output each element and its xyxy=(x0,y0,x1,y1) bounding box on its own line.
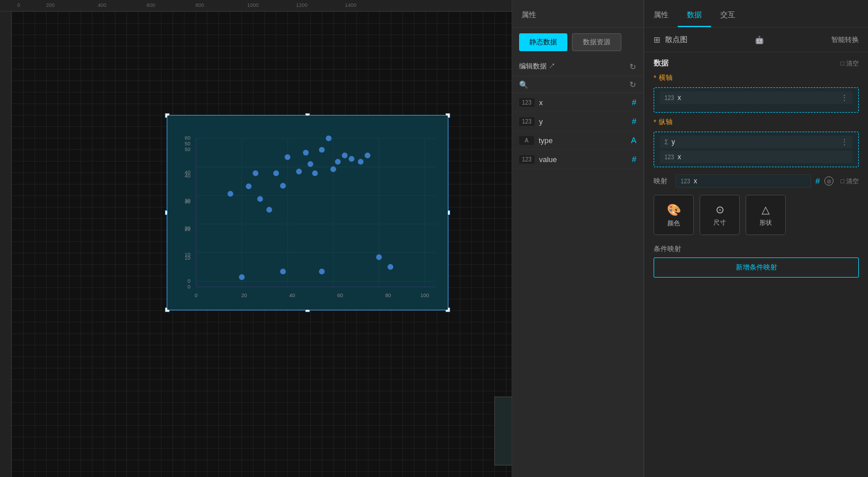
ruler-tick: 1000 xyxy=(247,2,259,8)
ruler-tick: 1200 xyxy=(296,2,308,8)
edit-data-row: 编辑数据 ↗ ↻ xyxy=(512,57,643,76)
clear-btn[interactable]: □ 清空 xyxy=(840,59,859,68)
field-name-type: type xyxy=(539,136,627,145)
y-field-name-0: y xyxy=(671,138,838,146)
field-hash-value[interactable]: # xyxy=(632,155,636,164)
field-row-type[interactable]: A type A xyxy=(512,131,643,150)
search-icon: 🔍 xyxy=(519,80,528,89)
svg-point-36 xyxy=(253,170,259,176)
right-tab-bar: 属性 数据 交互 xyxy=(644,0,868,28)
svg-point-54 xyxy=(376,255,382,260)
svg-text:0: 0 xyxy=(195,293,198,298)
data-source-btn[interactable]: 数据资源 xyxy=(572,33,621,51)
ruler-tick: 400 xyxy=(98,2,106,8)
svg-text:50: 50 xyxy=(185,141,190,147)
x-axis-drop-zone[interactable]: 123 x ⋮ xyxy=(654,87,859,113)
field-name-y: y xyxy=(539,117,628,126)
edit-data-label: 编辑数据 ↗ xyxy=(519,61,625,71)
svg-point-38 xyxy=(266,207,272,213)
right-panel: 属性 数据 交互 ⊞ 散点图 🤖 智能转换 数据 □ 清空 * 横轴 123 x xyxy=(644,0,868,477)
svg-text:60: 60 xyxy=(185,135,190,141)
svg-point-33 xyxy=(228,191,233,197)
field-type-x: 123 xyxy=(519,98,535,107)
hash-icon: # xyxy=(816,176,820,186)
ruler-top: 0 200 400 600 800 1000 1200 1400 xyxy=(0,0,512,11)
config-header: ⊞ 散点图 🤖 智能转换 xyxy=(644,28,868,52)
field-hash-x[interactable]: # xyxy=(632,98,636,107)
scatter-chart-svg: 0 10 20 30 40 50 0 10 20 30 40 50 60 0 2… xyxy=(167,116,448,310)
svg-text:10: 10 xyxy=(185,252,190,257)
size-btn-label: 尺寸 xyxy=(713,218,726,227)
condition-mapping-title: 条件映射 xyxy=(654,244,859,254)
tab-properties[interactable]: 属性 xyxy=(644,4,678,27)
svg-text:20: 20 xyxy=(185,225,190,231)
y-axis-field-item-1: 123 x xyxy=(660,151,852,163)
y-field-type-1: 123 xyxy=(665,154,674,160)
x-field-name: x xyxy=(678,94,838,102)
svg-point-35 xyxy=(246,183,252,189)
svg-point-56 xyxy=(319,268,325,274)
ruler-tick: 800 xyxy=(195,2,204,8)
field-row-x[interactable]: 123 x # xyxy=(512,93,643,112)
svg-point-34 xyxy=(239,274,245,280)
svg-text:80: 80 xyxy=(385,293,391,298)
ruler-tick: 600 xyxy=(147,2,155,8)
y-required-star: * xyxy=(654,118,656,126)
config-panel: 数据 □ 清空 * 横轴 123 x ⋮ * 纵轴 Σ y ⋮ xyxy=(644,52,868,477)
field-hash-y[interactable]: # xyxy=(632,117,636,126)
field-row-y[interactable]: 123 y # xyxy=(512,112,643,131)
thumbnail-area xyxy=(494,397,512,466)
search-refresh-icon[interactable]: ↻ xyxy=(629,80,636,89)
svg-text:20: 20 xyxy=(241,293,247,298)
mapping-field: 123 x xyxy=(675,174,811,188)
ds-tab-bar: 静态数据 数据资源 xyxy=(512,28,643,57)
data-section-row: 数据 □ 清空 xyxy=(644,52,868,71)
left-subpanel: 属性 静态数据 数据资源 编辑数据 ↗ ↻ 🔍 ↻ 123 x # 123 y … xyxy=(512,0,644,477)
ruler-tick: 200 xyxy=(46,2,55,8)
data-section-title: 数据 xyxy=(654,58,669,68)
svg-point-43 xyxy=(303,150,309,156)
size-icon: ⊙ xyxy=(716,203,724,216)
svg-point-45 xyxy=(312,170,318,176)
field-row-value[interactable]: 123 value # xyxy=(512,150,643,169)
chart-widget[interactable]: 0 10 20 30 40 50 0 10 20 30 40 50 60 0 2… xyxy=(167,115,448,310)
svg-point-53 xyxy=(364,153,370,159)
mapping-clear-btn[interactable]: □ 清空 xyxy=(840,177,859,186)
search-input[interactable] xyxy=(532,80,626,89)
size-map-btn[interactable]: ⊙ 尺寸 xyxy=(700,195,740,235)
field-type-value: 123 xyxy=(519,155,535,164)
svg-point-50 xyxy=(342,153,348,159)
tab-data[interactable]: 数据 xyxy=(678,4,711,27)
svg-point-55 xyxy=(387,264,393,270)
x-field-type: 123 xyxy=(665,95,674,101)
x-field-menu[interactable]: ⋮ xyxy=(841,94,848,102)
warning-circle-icon[interactable]: ⊘ xyxy=(824,176,834,186)
svg-point-51 xyxy=(349,156,355,162)
mapping-field-name: x xyxy=(694,177,697,185)
svg-point-39 xyxy=(273,170,279,176)
main-tab-properties[interactable]: 属性 xyxy=(512,4,546,27)
ruler-left xyxy=(0,11,11,477)
x-axis-label: 横轴 xyxy=(659,73,673,83)
shape-btn-label: 形状 xyxy=(759,218,772,227)
y-axis-label: 纵轴 xyxy=(659,117,673,127)
field-name-value: value xyxy=(539,155,628,164)
static-data-btn[interactable]: 静态数据 xyxy=(519,33,567,51)
x-required-star: * xyxy=(654,74,656,82)
svg-point-48 xyxy=(331,166,336,172)
field-alpha-type[interactable]: A xyxy=(631,136,636,145)
y-axis-drop-zone[interactable]: Σ y ⋮ 123 x xyxy=(654,132,859,167)
condition-mapping-section: 条件映射 新增条件映射 xyxy=(644,240,868,282)
add-condition-btn[interactable]: 新增条件映射 xyxy=(654,257,859,278)
color-map-btn[interactable]: 🎨 颜色 xyxy=(654,195,694,235)
field-type-type: A xyxy=(519,136,534,145)
svg-point-47 xyxy=(326,136,332,141)
svg-point-42 xyxy=(296,168,302,174)
tab-interaction[interactable]: 交互 xyxy=(711,4,744,27)
svg-text:40: 40 xyxy=(289,293,295,298)
x-axis-label-row: * 横轴 xyxy=(644,71,868,85)
mapping-btn-row: 🎨 颜色 ⊙ 尺寸 △ 形状 xyxy=(644,193,868,240)
refresh-icon[interactable]: ↻ xyxy=(629,62,636,71)
shape-map-btn[interactable]: △ 形状 xyxy=(746,195,786,235)
y-field-menu-0[interactable]: ⋮ xyxy=(841,138,848,146)
